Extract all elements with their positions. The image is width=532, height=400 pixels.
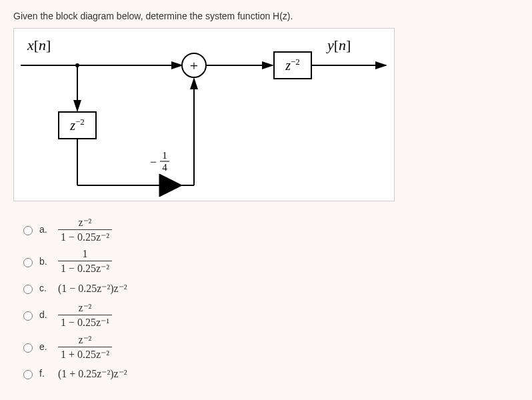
- option-letter: c.: [39, 283, 53, 293]
- option-c[interactable]: c. (1 − 0.25z⁻²)z⁻²: [20, 279, 519, 297]
- question-text: Given the block diagram below, determine…: [13, 11, 519, 21]
- option-letter: a.: [39, 224, 53, 235]
- option-letter: e.: [39, 341, 53, 352]
- radio-b[interactable]: [23, 258, 33, 267]
- input-label: x[n]: [27, 37, 51, 53]
- svg-text:4: 4: [162, 162, 167, 173]
- option-e[interactable]: e. z⁻² 1 + 0.25z⁻²: [20, 332, 519, 361]
- block-diagram: x[n] + z−2 y[n] z−2 − 1 4: [13, 28, 395, 201]
- option-f[interactable]: f. (1 + 0.25z⁻²)z⁻²: [20, 364, 519, 383]
- svg-text:1: 1: [162, 150, 167, 161]
- answer-options: a. z⁻² 1 − 0.25z⁻² b. 1 1 − 0.25z⁻² c. (…: [20, 215, 519, 383]
- option-b-formula: 1 1 − 0.25z⁻²: [58, 248, 112, 275]
- option-letter: f.: [39, 368, 53, 379]
- gain-triangle-icon: [159, 174, 182, 197]
- option-letter: d.: [39, 309, 53, 320]
- radio-a[interactable]: [23, 226, 33, 235]
- radio-c[interactable]: [23, 285, 33, 294]
- sum-plus-icon: +: [190, 57, 198, 74]
- gain-label: − 1 4: [150, 150, 169, 173]
- option-c-formula: (1 − 0.25z⁻²)z⁻²: [58, 282, 127, 295]
- option-e-formula: z⁻² 1 + 0.25z⁻²: [58, 333, 112, 361]
- option-d-formula: z⁻² 1 − 0.25z⁻¹: [58, 301, 112, 329]
- option-letter: b.: [39, 256, 53, 267]
- option-d[interactable]: d. z⁻² 1 − 0.25z⁻¹: [20, 300, 519, 329]
- output-label: y[n]: [326, 37, 351, 53]
- radio-e[interactable]: [23, 343, 33, 353]
- option-f-formula: (1 + 0.25z⁻²)z⁻²: [58, 367, 127, 380]
- svg-text:−: −: [150, 155, 157, 169]
- option-a[interactable]: a. z⁻² 1 − 0.25z⁻²: [20, 215, 519, 244]
- option-b[interactable]: b. 1 1 − 0.25z⁻²: [20, 247, 519, 276]
- radio-d[interactable]: [23, 311, 33, 321]
- radio-f[interactable]: [23, 370, 33, 379]
- option-a-formula: z⁻² 1 − 0.25z⁻²: [58, 216, 112, 243]
